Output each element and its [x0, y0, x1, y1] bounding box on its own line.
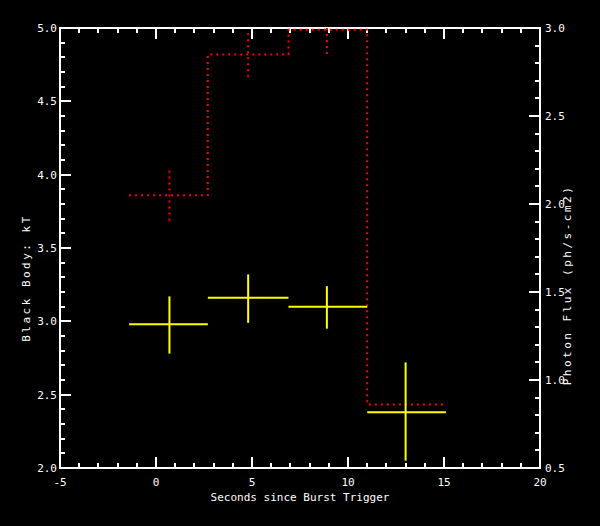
grb-spectral-evolution-plot: -5051015202.02.53.03.54.04.55.00.51.01.5… — [0, 0, 600, 526]
tick-label: 5.0 — [37, 22, 57, 35]
tick-label: 20 — [533, 476, 546, 489]
tick-label: 3.0 — [545, 22, 565, 35]
right-y-axis-title: Photon Flux (ph/s-cm2) — [561, 185, 574, 386]
tick-label: 0.5 — [545, 462, 565, 475]
tick-label: 3.0 — [37, 315, 57, 328]
tick-label: 3.5 — [37, 242, 57, 255]
tick-label: 0 — [153, 476, 160, 489]
tick-label: 10 — [341, 476, 354, 489]
tick-label: 2.5 — [545, 110, 565, 123]
tick-label: 2.5 — [37, 389, 57, 402]
tick-label: 4.5 — [37, 95, 57, 108]
tick-label: -5 — [53, 476, 66, 489]
tick-label: 4.0 — [37, 169, 57, 182]
x-axis-title: Seconds since Burst Trigger — [211, 491, 390, 504]
tick-label: 5 — [249, 476, 256, 489]
plot-canvas: -5051015202.02.53.03.54.04.55.00.51.01.5… — [0, 0, 600, 526]
tick-label: 15 — [437, 476, 450, 489]
left-y-axis-title: Black Body: kT — [20, 214, 33, 342]
tick-label: 2.0 — [37, 462, 57, 475]
plot-background — [0, 0, 600, 526]
